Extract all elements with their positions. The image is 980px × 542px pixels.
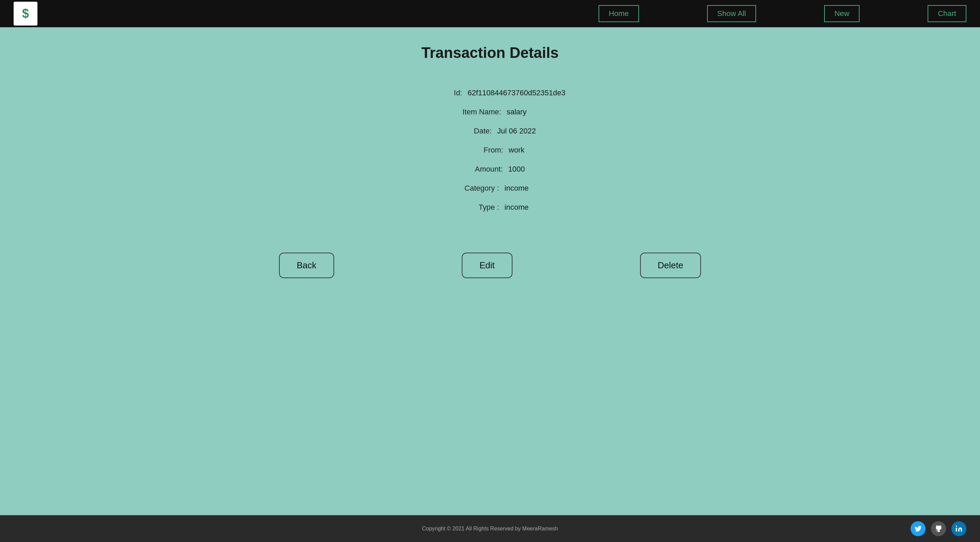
logo[interactable]: $	[14, 2, 37, 26]
navbar-links: Home Show All New Chart	[598, 5, 966, 22]
buttons-row: Back Edit Delete	[252, 253, 728, 278]
detail-row-id: Id: 62f110844673760d52351de3	[414, 89, 566, 97]
detail-row-amount: Amount: 1000	[455, 165, 525, 174]
date-label: Date:	[444, 127, 492, 136]
transaction-details: Id: 62f110844673760d52351de3 Item Name: …	[371, 89, 609, 212]
footer-social	[911, 521, 966, 536]
detail-row-item-name: Item Name: salary	[453, 108, 527, 116]
delete-button[interactable]: Delete	[640, 253, 701, 278]
linkedin-icon[interactable]	[951, 521, 966, 536]
main-content: Transaction Details Id: 62f110844673760d…	[0, 27, 980, 515]
detail-row-date: Date: Jul 06 2022	[444, 127, 536, 136]
category-label: Category :	[452, 184, 499, 193]
twitter-icon[interactable]	[911, 521, 926, 536]
github-icon[interactable]	[931, 521, 946, 536]
nav-new[interactable]: New	[824, 5, 859, 22]
from-value: work	[509, 146, 524, 155]
amount-label: Amount:	[455, 165, 503, 174]
amount-value: 1000	[508, 165, 525, 174]
nav-show-all[interactable]: Show All	[707, 5, 756, 22]
navbar: $ Home Show All New Chart	[0, 0, 980, 27]
from-label: From:	[456, 146, 503, 155]
item-name-label: Item Name:	[453, 108, 501, 116]
category-value: income	[504, 184, 529, 193]
detail-row-type: Type : income	[452, 203, 529, 212]
back-button[interactable]: Back	[279, 253, 334, 278]
type-label: Type :	[452, 203, 499, 212]
footer-copyright: Copyright © 2021 All Rights Reserved by …	[422, 526, 558, 532]
page-title: Transaction Details	[421, 44, 558, 61]
nav-chart[interactable]: Chart	[928, 5, 966, 22]
logo-symbol: $	[22, 6, 29, 21]
type-value: income	[504, 203, 529, 212]
svg-point-0	[956, 526, 957, 527]
footer: Copyright © 2021 All Rights Reserved by …	[0, 515, 980, 542]
detail-row-from: From: work	[456, 146, 524, 155]
id-label: Id:	[414, 89, 462, 97]
item-name-value: salary	[507, 108, 527, 116]
edit-button[interactable]: Edit	[462, 253, 512, 278]
detail-row-category: Category : income	[452, 184, 529, 193]
nav-home[interactable]: Home	[598, 5, 639, 22]
date-value: Jul 06 2022	[497, 127, 536, 136]
id-value: 62f110844673760d52351de3	[468, 89, 566, 97]
